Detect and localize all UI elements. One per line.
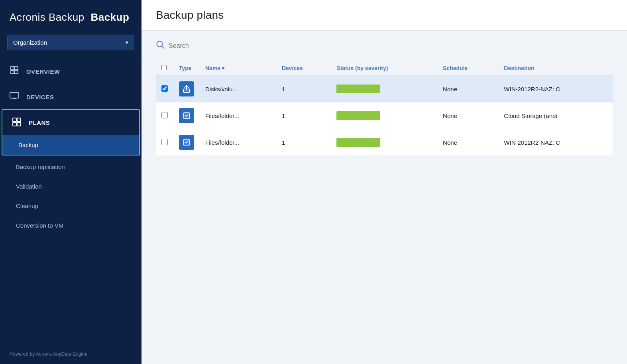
org-selector-label: Organization [13, 39, 47, 46]
row-destination-cell: WIN-2012R2-NAZ: C [498, 129, 613, 156]
backup-type-icon [179, 135, 194, 150]
table-body: Disks/volu... 1 None WIN-2012R2-NAZ [156, 76, 613, 156]
sidebar-subitem-label-conversion-to-vm: Conversion to VM [16, 222, 63, 229]
row-checkbox[interactable] [161, 112, 168, 118]
col-header-status: Status (by severity) [331, 61, 437, 76]
svg-rect-7 [13, 118, 16, 122]
svg-rect-2 [11, 71, 14, 74]
row-schedule-cell: None [437, 102, 498, 129]
main-header: Backup plans [142, 0, 627, 31]
svg-rect-8 [17, 118, 21, 122]
sidebar-plans-section: PLANS Backup [2, 109, 140, 155]
row-devices-cell: 1 [276, 102, 331, 129]
col-header-devices: Devices [276, 61, 331, 76]
svg-rect-3 [15, 71, 18, 74]
backup-plans-table: Type Name Devices Status (by severity) [156, 61, 613, 156]
col-header-schedule: Schedule [437, 61, 498, 76]
footer-text: Powered by Acronis AnyData Engine [10, 351, 87, 357]
row-checkbox[interactable] [161, 139, 168, 145]
main-body: Type Name Devices Status (by severity) [142, 31, 627, 364]
sidebar-subitem-label-backup: Backup [18, 142, 38, 148]
row-status-cell [331, 102, 437, 129]
row-checkbox[interactable] [161, 85, 168, 92]
row-schedule-cell: None [437, 76, 498, 102]
table-row[interactable]: Files/folder... 1 None Cloud Storag [156, 102, 613, 129]
sidebar-footer: Powered by Acronis AnyData Engine [0, 344, 142, 364]
row-destination-cell: WIN-2012R2-NAZ: C [498, 76, 613, 102]
row-checkbox-cell [156, 129, 173, 156]
col-header-name[interactable]: Name [200, 61, 276, 76]
col-header-type[interactable]: Type [173, 61, 200, 76]
svg-rect-4 [10, 92, 19, 98]
status-bar [336, 111, 380, 120]
sidebar-subitem-backup[interactable]: Backup [2, 135, 139, 155]
svg-rect-1 [15, 67, 18, 70]
svg-rect-9 [13, 122, 16, 126]
sidebar-subitem-cleanup[interactable]: Cleanup [0, 196, 142, 216]
row-type-cell [173, 102, 200, 129]
row-schedule-cell: None [437, 129, 498, 156]
row-checkbox-cell [156, 102, 173, 129]
app-logo: Acronis Backup Backup [0, 0, 142, 35]
sidebar-subitem-label-backup-replication: Backup replication [16, 163, 65, 170]
row-type-cell [173, 129, 200, 156]
chevron-down-icon: ▾ [126, 39, 128, 45]
status-bar [336, 85, 380, 93]
svg-rect-10 [17, 122, 21, 126]
sidebar-item-label-overview: OVERVIEW [26, 68, 60, 75]
row-destination-cell: Cloud Storage (andr [498, 102, 613, 129]
row-devices-cell: 1 [276, 129, 331, 156]
sidebar-item-overview[interactable]: OVERVIEW [0, 58, 142, 85]
table-row[interactable]: Disks/volu... 1 None WIN-2012R2-NAZ [156, 76, 613, 102]
select-all-checkbox[interactable] [161, 65, 167, 70]
sidebar-item-label-devices: DEVICES [26, 94, 54, 100]
overview-icon [10, 65, 19, 77]
row-name-cell: Files/folder... [200, 129, 276, 156]
row-name-cell: Disks/volu... [200, 76, 276, 102]
main-content: Backup plans Type [142, 0, 627, 364]
svg-line-12 [162, 46, 164, 49]
sidebar-subitem-label-cleanup: Cleanup [16, 203, 38, 209]
table-header: Type Name Devices Status (by severity) [156, 61, 613, 76]
row-status-cell [331, 76, 437, 102]
sort-indicator [222, 67, 224, 69]
sidebar-subitem-backup-replication[interactable]: Backup replication [0, 157, 142, 177]
search-input[interactable] [169, 42, 272, 49]
row-status-cell [331, 129, 437, 156]
col-header-checkbox [156, 61, 173, 76]
row-devices-cell: 1 [276, 76, 331, 102]
sidebar-subitem-validation[interactable]: Validation [0, 177, 142, 196]
backup-type-icon [179, 81, 194, 96]
logo-backup: Backup [90, 11, 129, 24]
page-title: Backup plans [156, 9, 613, 22]
status-bar [336, 138, 380, 147]
search-icon [156, 40, 165, 51]
row-checkbox-cell [156, 76, 173, 102]
sidebar-subitem-label-validation: Validation [16, 183, 42, 190]
sidebar-item-plans[interactable]: PLANS [2, 110, 139, 135]
org-selector[interactable]: Organization ▾ [7, 35, 134, 50]
logo-acronis: Acronis Backup [10, 11, 85, 24]
svg-rect-0 [11, 67, 14, 70]
row-name-cell: Files/folder... [200, 102, 276, 129]
row-type-cell [173, 76, 200, 102]
sidebar-item-label-plans: PLANS [29, 119, 50, 126]
search-bar [156, 40, 613, 51]
devices-icon [10, 92, 19, 102]
col-header-destination: Destination [498, 61, 613, 76]
backup-type-icon [179, 108, 194, 123]
plans-icon [12, 117, 22, 128]
sidebar-item-devices[interactable]: DEVICES [0, 85, 142, 109]
table-row[interactable]: Files/folder... 1 None WIN-2012R2-N [156, 129, 613, 156]
sidebar: Acronis Backup Backup Organization ▾ OVE… [0, 0, 142, 364]
sidebar-subitem-conversion-to-vm[interactable]: Conversion to VM [0, 216, 142, 235]
svg-rect-14 [184, 89, 190, 92]
